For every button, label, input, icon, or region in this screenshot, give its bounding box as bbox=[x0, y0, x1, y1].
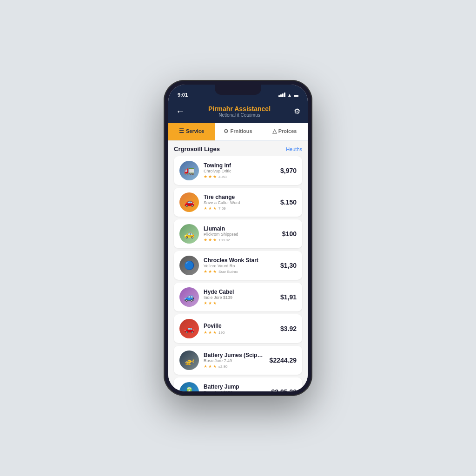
star-icon: ★ bbox=[213, 364, 217, 369]
service-rating: ★ ★ ★ 190.02 bbox=[204, 238, 278, 242]
star-icon: ★ bbox=[208, 238, 212, 242]
battery-icon: ▬ bbox=[294, 93, 298, 98]
header-center: Pirmahr Assistancel Netlonal it Cotaimus bbox=[185, 105, 294, 118]
service-name: Poville bbox=[204, 323, 276, 329]
service-info: Battery Jumes (Scipnce) Roso Jure 7:49 ★… bbox=[204, 352, 265, 369]
service-price: $2244.29 bbox=[270, 357, 297, 364]
star-count: Ssar Butrax bbox=[218, 270, 238, 274]
service-info: Chrocles Wonk Start Vellore Vaurd Ro ★ ★… bbox=[204, 257, 276, 274]
service-price: $1,30 bbox=[280, 262, 297, 269]
service-tab-icon: ☰ bbox=[179, 128, 184, 134]
star-icon: ★ bbox=[213, 238, 217, 242]
service-price: $100 bbox=[282, 230, 297, 238]
star-icon: ★ bbox=[208, 206, 212, 211]
service-name: Battery Jump bbox=[204, 383, 267, 390]
tab-frnitious[interactable]: ⊙ Frnitious bbox=[215, 123, 261, 140]
service-info: Liumain Plickrom Shippsed ★ ★ ★ 190.02 bbox=[204, 225, 278, 242]
app-subtitle: Netlonal it Cotaimus bbox=[185, 112, 294, 118]
list-item[interactable]: 🚗 Poville ★ ★ ★ 190 $3.92 bbox=[174, 314, 302, 343]
tab-frnitious-label: Frnitious bbox=[230, 128, 252, 134]
service-price: $3.92 bbox=[280, 325, 297, 332]
phone-frame: 9:01 ▲ ▬ ← Pirmahr Assistancel Netlonal … bbox=[164, 80, 312, 396]
star-icon: ★ bbox=[204, 269, 207, 274]
star-icon: ★ bbox=[213, 269, 217, 274]
star-icon: ★ bbox=[204, 206, 207, 211]
star-icon: ★ bbox=[213, 206, 217, 211]
app-title: Pirmahr Assistancel bbox=[185, 105, 294, 112]
service-rating: ★ ★ ★ 7:69 bbox=[204, 206, 276, 211]
tab-proices[interactable]: △ Proices bbox=[261, 123, 308, 140]
service-rating: ★ ★ ★ 190 bbox=[204, 330, 276, 335]
service-desc: Plickrom Shippsed bbox=[204, 232, 278, 237]
star-icon: ★ bbox=[213, 174, 217, 179]
settings-button[interactable]: ⚙ bbox=[294, 107, 300, 116]
service-info: Tire change Srive a Caltor Word ★ ★ ★ 7:… bbox=[204, 194, 276, 211]
star-icon: ★ bbox=[204, 364, 207, 369]
service-name: Hyde Cabel bbox=[204, 289, 276, 295]
service-price: $.150 bbox=[280, 198, 297, 206]
service-name: Tire change bbox=[204, 194, 276, 200]
service-thumbnail: 🚛 bbox=[179, 161, 199, 180]
service-name: Towing inf bbox=[204, 162, 276, 169]
section-header: Crgrosoill Liges Heuths bbox=[174, 145, 302, 152]
service-desc: Rosc Junt $159 bbox=[204, 390, 267, 391]
frnitious-tab-icon: ⊙ bbox=[224, 128, 228, 134]
service-rating: ★ ★ ★ bbox=[204, 301, 276, 305]
service-thumbnail: 🚗 bbox=[179, 192, 199, 212]
service-price: $1,91 bbox=[280, 293, 297, 301]
tab-bar: ☰ Service ⊙ Frnitious △ Proices bbox=[168, 123, 308, 141]
back-button[interactable]: ← bbox=[176, 106, 185, 117]
service-thumbnail: 🔵 bbox=[179, 256, 199, 275]
wifi-icon: ▲ bbox=[287, 93, 292, 98]
status-time: 9:01 bbox=[178, 92, 188, 98]
star-icon: ★ bbox=[213, 330, 217, 335]
star-count: 190 bbox=[218, 331, 225, 335]
service-info: Battery Jump Rosc Junt $159 ★ ★ ★ s3.40 bbox=[204, 383, 267, 391]
service-rating: ★ ★ ★ s2.80 bbox=[204, 364, 265, 369]
service-list: 🚛 Towing inf Chrolvup Oritic ★ ★ ★ 4u53 … bbox=[174, 156, 302, 391]
star-count: 7:69 bbox=[218, 206, 226, 211]
service-thumbnail: 🚕 bbox=[179, 224, 199, 244]
service-info: Poville ★ ★ ★ 190 bbox=[204, 323, 276, 335]
list-item[interactable]: 🔵 Chrocles Wonk Start Vellore Vaurd Ro ★… bbox=[174, 251, 302, 280]
tab-proices-label: Proices bbox=[278, 128, 297, 134]
star-icon: ★ bbox=[208, 174, 212, 179]
star-icon: ★ bbox=[208, 364, 212, 369]
service-desc: Srive a Caltor Word bbox=[204, 200, 276, 205]
star-count: 4u53 bbox=[218, 175, 227, 179]
service-thumbnail: 🚁 bbox=[179, 350, 199, 370]
star-icon: ★ bbox=[208, 330, 212, 335]
star-icon: ★ bbox=[204, 238, 207, 242]
star-icon: ★ bbox=[208, 269, 212, 274]
list-item[interactable]: 🚙 Hyde Cabel Indie Jore $139 ★ ★ ★ $1,91 bbox=[174, 283, 302, 311]
list-item[interactable]: 🚕 Liumain Plickrom Shippsed ★ ★ ★ 190.02… bbox=[174, 219, 302, 248]
star-icon: ★ bbox=[204, 174, 207, 179]
service-price: $2,95,20 bbox=[271, 388, 297, 391]
signal-icon bbox=[278, 93, 285, 97]
service-info: Hyde Cabel Indie Jore $139 ★ ★ ★ bbox=[204, 289, 276, 305]
list-item[interactable]: 🚗 Tire change Srive a Caltor Word ★ ★ ★ … bbox=[174, 188, 302, 217]
service-name: Liumain bbox=[204, 225, 278, 232]
phone-notch bbox=[215, 85, 261, 95]
list-item[interactable]: 🔋 Battery Jump Rosc Junt $159 ★ ★ ★ s3.4… bbox=[174, 377, 302, 391]
star-count: 190.02 bbox=[218, 238, 230, 242]
service-desc: Indie Jore $139 bbox=[204, 295, 276, 300]
service-desc: Roso Jure 7:49 bbox=[204, 358, 265, 363]
section-link[interactable]: Heuths bbox=[286, 146, 302, 152]
service-rating: ★ ★ ★ 4u53 bbox=[204, 174, 276, 179]
list-item[interactable]: 🚁 Battery Jumes (Scipnce) Roso Jure 7:49… bbox=[174, 346, 302, 375]
app-header: ← Pirmahr Assistancel Netlonal it Cotaim… bbox=[168, 101, 308, 123]
service-thumbnail: 🔋 bbox=[179, 382, 199, 391]
service-name: Chrocles Wonk Start bbox=[204, 257, 276, 264]
list-item[interactable]: 🚛 Towing inf Chrolvup Oritic ★ ★ ★ 4u53 … bbox=[174, 156, 302, 185]
tab-service-label: Service bbox=[186, 128, 204, 134]
star-icon: ★ bbox=[213, 301, 217, 305]
service-rating: ★ ★ ★ Ssar Butrax bbox=[204, 269, 276, 274]
service-info: Towing inf Chrolvup Oritic ★ ★ ★ 4u53 bbox=[204, 162, 276, 179]
service-thumbnail: 🚙 bbox=[179, 287, 199, 307]
service-desc: Chrolvup Oritic bbox=[204, 169, 276, 173]
main-content: Crgrosoill Liges Heuths 🚛 Towing inf Chr… bbox=[168, 141, 308, 391]
tab-service[interactable]: ☰ Service bbox=[168, 123, 215, 140]
service-thumbnail: 🚗 bbox=[179, 319, 199, 338]
status-icons: ▲ ▬ bbox=[278, 93, 298, 98]
